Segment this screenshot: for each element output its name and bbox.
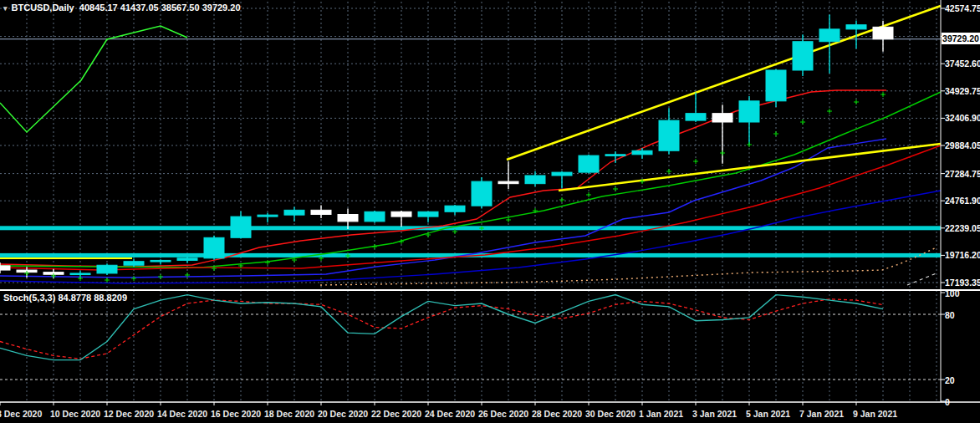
candle-bull xyxy=(445,205,465,215)
trading-chart-window: ▾BTCUSD,Daily 40845.17 41437.05 38567.50… xyxy=(0,0,980,423)
candle-bull xyxy=(124,258,144,267)
candle-bull xyxy=(739,96,759,145)
candle-bull xyxy=(284,206,304,221)
candle-bull xyxy=(177,257,197,263)
candle-bull xyxy=(151,259,171,264)
candlesticks xyxy=(0,15,893,279)
candle-bull xyxy=(793,34,813,76)
candle-bull xyxy=(659,108,679,155)
chart-canvas[interactable] xyxy=(0,0,980,423)
candle-bear xyxy=(338,208,358,229)
candle-bull xyxy=(552,171,572,189)
candle-bull xyxy=(632,148,652,159)
candle-bull xyxy=(365,211,385,223)
green-zigzag-line xyxy=(0,26,187,132)
horizontal-level-bands xyxy=(0,226,941,257)
candle-bull xyxy=(258,213,278,223)
candle-bull xyxy=(846,21,866,49)
stochastic-main-line xyxy=(0,295,883,360)
candle-bear xyxy=(391,211,411,227)
candle-bull xyxy=(97,263,117,275)
candle-bull xyxy=(579,155,599,174)
candle-bull xyxy=(819,15,840,74)
stochastic-signal-line xyxy=(0,299,883,359)
candle-bull xyxy=(472,177,492,208)
candle-bull xyxy=(766,69,786,107)
candle-bear xyxy=(873,21,893,52)
candle-bull xyxy=(204,236,224,260)
resistance-band-upper xyxy=(0,226,941,230)
candle-bull xyxy=(686,92,706,122)
candle-bull xyxy=(418,212,438,223)
chart-expander-icon[interactable]: ▾ xyxy=(3,4,8,13)
white-dashed-segment xyxy=(907,273,938,285)
candle-bull xyxy=(231,212,251,239)
candle-bear xyxy=(311,206,331,219)
candle-bear xyxy=(498,161,518,189)
stochastic-panel xyxy=(0,295,883,360)
